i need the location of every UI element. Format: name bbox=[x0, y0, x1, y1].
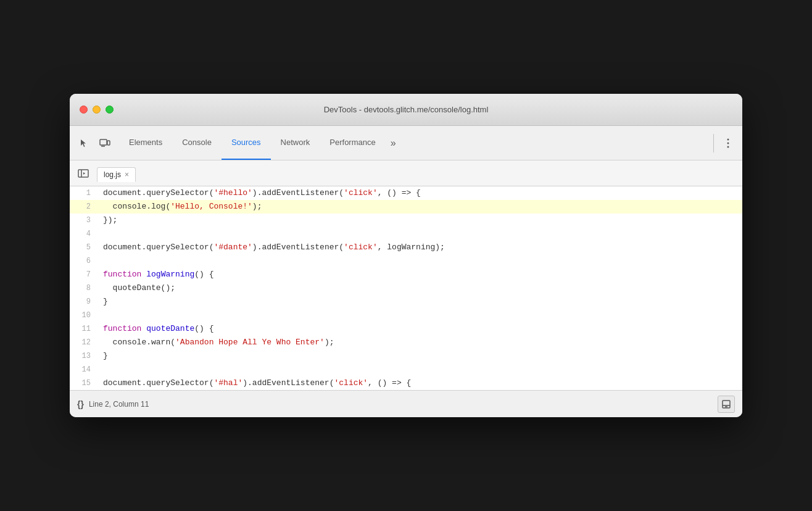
cursor-position: Line 2, Column 11 bbox=[89, 400, 149, 409]
panel-icon bbox=[78, 169, 89, 178]
file-tab-close-button[interactable]: × bbox=[125, 171, 129, 178]
device-icon bbox=[99, 138, 110, 148]
file-tab-name: log.js bbox=[104, 170, 121, 179]
code-line-11: 11 function quoteDante() { bbox=[70, 322, 742, 336]
file-tab-logjs[interactable]: log.js × bbox=[97, 167, 136, 182]
tab-performance[interactable]: Performance bbox=[320, 126, 385, 160]
code-line-5: 5 document.querySelector('#dante').addEv… bbox=[70, 241, 742, 254]
statusbar-left: {} Line 2, Column 11 bbox=[77, 399, 149, 409]
statusbar-right bbox=[718, 396, 735, 413]
devtools-window: DevTools - devtools.glitch.me/console/lo… bbox=[70, 94, 742, 417]
code-line-10: 10 bbox=[70, 309, 742, 322]
code-line-1: 1 document.querySelector('#hello').addEv… bbox=[70, 186, 742, 200]
toolbar-icons bbox=[75, 134, 114, 152]
dock-button[interactable] bbox=[718, 396, 735, 413]
code-editor[interactable]: 1 document.querySelector('#hello').addEv… bbox=[70, 186, 742, 390]
svg-rect-1 bbox=[107, 141, 110, 145]
window-title: DevTools - devtools.glitch.me/console/lo… bbox=[324, 105, 489, 114]
toolbar-right bbox=[711, 134, 737, 152]
svg-point-4 bbox=[727, 142, 729, 144]
more-tabs-button[interactable]: » bbox=[386, 126, 401, 160]
code-line-9: 9 } bbox=[70, 295, 742, 309]
close-button[interactable] bbox=[80, 106, 88, 114]
code-line-2: 2 console.log('Hello, Console!'); bbox=[70, 200, 742, 214]
divider bbox=[713, 134, 714, 152]
cursor-icon bbox=[79, 138, 89, 148]
code-line-8: 8 quoteDante(); bbox=[70, 281, 742, 295]
minimize-button[interactable] bbox=[93, 106, 101, 114]
device-toggle-button[interactable] bbox=[96, 134, 114, 152]
svg-marker-8 bbox=[83, 172, 85, 175]
format-toggle-button[interactable]: {} bbox=[77, 399, 84, 409]
code-line-15: 15 document.querySelector('#hal').addEve… bbox=[70, 376, 742, 390]
devtools-toolbar: Elements Console Sources Network Perform… bbox=[70, 126, 742, 160]
titlebar: DevTools - devtools.glitch.me/console/lo… bbox=[70, 94, 742, 126]
code-line-7: 7 function logWarning() { bbox=[70, 268, 742, 281]
more-options-button[interactable] bbox=[719, 134, 737, 152]
tabs: Elements Console Sources Network Perform… bbox=[119, 126, 711, 160]
dock-icon bbox=[722, 400, 731, 409]
file-tabbar: log.js × bbox=[70, 160, 742, 186]
code-line-4: 4 bbox=[70, 227, 742, 241]
svg-point-3 bbox=[727, 138, 729, 140]
sidebar-toggle-button[interactable] bbox=[75, 165, 92, 182]
svg-rect-0 bbox=[100, 139, 107, 145]
inspect-element-button[interactable] bbox=[75, 134, 93, 152]
code-line-6: 6 bbox=[70, 254, 742, 268]
maximize-button[interactable] bbox=[106, 106, 114, 114]
code-line-12: 12 console.warn('Abandon Hope All Ye Who… bbox=[70, 336, 742, 349]
traffic-lights bbox=[80, 106, 114, 114]
code-line-13: 13 } bbox=[70, 349, 742, 363]
code-line-3: 3 }); bbox=[70, 214, 742, 227]
kebab-icon bbox=[727, 138, 729, 148]
tab-console[interactable]: Console bbox=[172, 126, 222, 160]
tab-sources[interactable]: Sources bbox=[222, 126, 271, 160]
svg-point-5 bbox=[727, 146, 729, 147]
tab-elements[interactable]: Elements bbox=[119, 126, 172, 160]
statusbar: {} Line 2, Column 11 bbox=[70, 390, 742, 417]
tab-network[interactable]: Network bbox=[271, 126, 320, 160]
code-line-14: 14 bbox=[70, 363, 742, 376]
